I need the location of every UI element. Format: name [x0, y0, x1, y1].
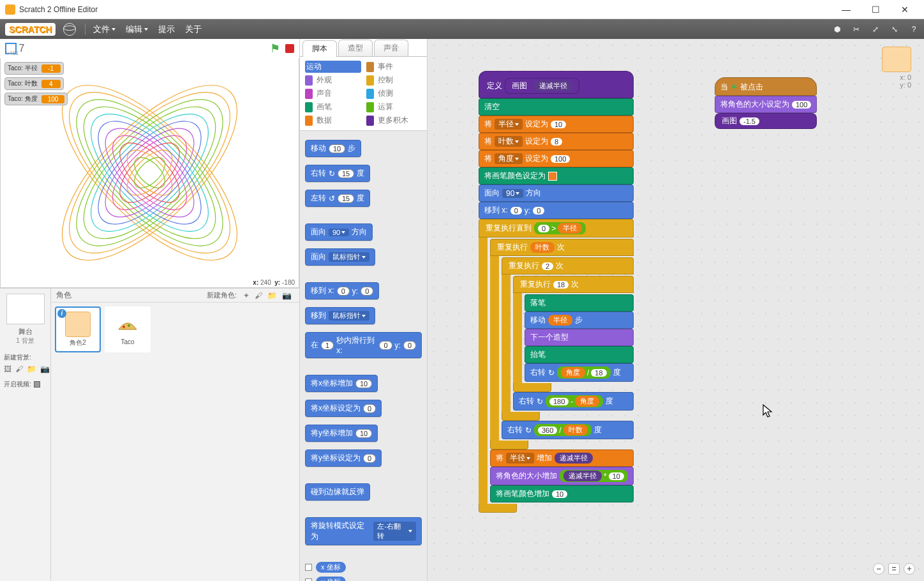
backdrop-library-icon[interactable]: 🖼 — [4, 365, 11, 374]
block-pen-down[interactable]: 落笔 — [525, 294, 634, 312]
block-repeat-until[interactable]: 重复执行直到0>半径 重复执行叶数次 重复执行2次 重复执行18次 — [479, 219, 634, 513]
block-set-size[interactable]: 将角色的大小设定为100 — [715, 96, 817, 113]
stamp-icon[interactable]: ⬢ — [832, 24, 842, 34]
cat-looks[interactable]: 外观 — [305, 74, 361, 86]
menu-edit[interactable]: 编辑 — [126, 24, 148, 35]
backdrop-upload-icon[interactable]: 📁 — [27, 365, 36, 374]
zoom-in-button[interactable]: + — [904, 563, 915, 575]
block-bounce[interactable]: 碰到边缘就反弹 — [305, 483, 370, 501]
sprite-item[interactable]: Taco — [105, 306, 151, 352]
scratch-logo[interactable]: SCRATCH — [5, 23, 56, 36]
version-label: v461 — [6, 50, 19, 56]
block-next-costume[interactable]: 下一个造型 — [525, 329, 634, 346]
block-change-radius[interactable]: 将半径增加递减半径 — [490, 449, 634, 467]
maximize-button[interactable]: ☐ — [867, 3, 884, 16]
menu-about[interactable]: 关于 — [185, 24, 202, 35]
shrink-icon[interactable]: ⤡ — [890, 24, 900, 34]
block-pen-up[interactable]: 抬笔 — [525, 346, 634, 363]
cat-sensing[interactable]: 侦测 — [366, 87, 422, 100]
block-point-towards[interactable]: 面向鼠标指针 — [305, 248, 375, 266]
script-canvas[interactable]: 定义画图 递减半径 清空 将半径设定为10 将叶数设定为8 将角度设定为100 … — [428, 39, 924, 581]
reporter-ypos[interactable]: y 坐标 — [316, 577, 346, 581]
svg-point-19 — [119, 142, 179, 202]
sprite-info-icon[interactable]: i — [57, 309, 66, 318]
scissors-icon[interactable]: ✂ — [851, 24, 861, 34]
help-icon[interactable]: ? — [909, 24, 919, 34]
sprite-library-icon[interactable]: ✦ — [243, 291, 250, 300]
script-stack-main[interactable]: 定义画图 递减半径 清空 将半径设定为10 将叶数设定为8 将角度设定为100 … — [479, 71, 634, 513]
block-glide[interactable]: 在1秒内滑行到 x:0y:0 — [305, 332, 422, 358]
block-set-radius[interactable]: 将半径设定为10 — [479, 116, 634, 133]
block-goto-00[interactable]: 移到 x:0y:0 — [479, 202, 634, 219]
backdrop-camera-icon[interactable]: 📷 — [40, 365, 50, 374]
block-rot-style[interactable]: 将旋转模式设定为左-右翻转 — [305, 517, 422, 545]
block-turn-right[interactable]: 右转↻15度 — [305, 165, 370, 182]
cat-data[interactable]: 数据 — [305, 114, 361, 126]
block-turn-angle[interactable]: 右转↻角度/18度 — [525, 363, 634, 382]
block-goto[interactable]: 移到鼠标指针 — [305, 307, 375, 324]
cat-operators[interactable]: 运算 — [366, 101, 422, 113]
cat-control[interactable]: 控制 — [366, 74, 422, 86]
svg-point-18 — [119, 142, 179, 202]
block-repeat-18[interactable]: 重复执行18次 落笔 移动半径步 下一个造型 抬笔 右转↻角度/18度 — [513, 276, 634, 392]
green-flag-icon[interactable]: ⚑ — [270, 42, 280, 56]
block-turn-180[interactable]: 右转↻180-角度度 — [513, 392, 634, 411]
block-define[interactable]: 定义画图 递减半径 — [479, 71, 634, 98]
block-set-angle[interactable]: 将角度设定为100 — [479, 150, 634, 167]
zoom-out-button[interactable]: − — [873, 563, 884, 575]
block-call-custom[interactable]: 画图-1.5 — [715, 113, 817, 129]
stage-thumbnail[interactable] — [6, 294, 45, 324]
script-stack-2[interactable]: 当⚑被点击 将角色的大小设定为100 画图-1.5 — [715, 77, 817, 129]
checkbox-xpos[interactable] — [305, 564, 312, 571]
sprite-upload-icon[interactable]: 📁 — [267, 291, 277, 300]
minimize-button[interactable]: — — [837, 3, 855, 16]
block-turn-360[interactable]: 右转↻360/叶数度 — [502, 421, 634, 439]
cat-motion[interactable]: 运动 — [305, 61, 361, 73]
monitor-angle[interactable]: Taco: 角度100 — [4, 93, 68, 105]
menu-file[interactable]: 文件 — [93, 24, 116, 35]
sprite-item[interactable]: i 角色2 — [55, 306, 101, 352]
block-when-flag[interactable]: 当⚑被点击 — [715, 77, 817, 96]
block-change-size[interactable]: 将角色的大小增加递减半径*10 — [490, 467, 634, 485]
sprite-paint-icon[interactable]: 🖌 — [255, 291, 262, 300]
block-clear[interactable]: 清空 — [479, 98, 634, 116]
zoom-reset-button[interactable]: = — [888, 563, 900, 575]
stage[interactable]: Taco: 半径-1 Taco: 叶数4 Taco: 角度100 x: 240 … — [0, 58, 299, 288]
block-set-y[interactable]: 将y坐标设定为0 — [305, 449, 382, 467]
cat-events[interactable]: 事件 — [366, 61, 422, 73]
block-repeat-leaf[interactable]: 重复执行叶数次 重复执行2次 重复执行18次 落笔 — [490, 239, 634, 449]
block-change-y[interactable]: 将y坐标增加10 — [305, 425, 378, 442]
block-goto-xy[interactable]: 移到 x:0y:0 — [305, 282, 379, 299]
backdrop-paint-icon[interactable]: 🖌 — [15, 365, 23, 374]
block-move-radius[interactable]: 移动半径步 — [525, 312, 634, 329]
tab-scripts[interactable]: 脚本 — [302, 40, 337, 57]
block-change-pen-color[interactable]: 将画笔颜色增加10 — [490, 485, 634, 502]
monitor-radius[interactable]: Taco: 半径-1 — [4, 62, 64, 75]
grow-icon[interactable]: ⤢ — [870, 24, 881, 34]
block-point-90[interactable]: 面向90方向 — [479, 185, 634, 202]
block-point-dir[interactable]: 面向90方向 — [305, 223, 373, 241]
stop-icon[interactable] — [285, 44, 294, 53]
cat-pen[interactable]: 画笔 — [305, 101, 361, 113]
menu-tips[interactable]: 提示 — [158, 24, 175, 35]
reporter-xpos[interactable]: x 坐标 — [316, 562, 346, 573]
block-repeat-2[interactable]: 重复执行2次 重复执行18次 落笔 移动半径步 下一个造型 — [502, 257, 634, 421]
close-button[interactable]: ✕ — [896, 3, 914, 16]
monitor-leaves[interactable]: Taco: 叶数4 — [4, 77, 64, 90]
tab-costumes[interactable]: 造型 — [338, 40, 373, 56]
project-name[interactable]: 7 — [19, 43, 270, 54]
block-turn-left[interactable]: 左转↺15度 — [305, 190, 370, 207]
cat-more[interactable]: 更多积木 — [366, 114, 422, 126]
block-set-x[interactable]: 将x坐标设定为0 — [305, 400, 382, 417]
cat-sound[interactable]: 声音 — [305, 87, 361, 100]
video-toggle[interactable] — [34, 381, 40, 388]
block-set-pen-color[interactable]: 将画笔颜色设定为 — [479, 167, 634, 185]
tab-sounds[interactable]: 声音 — [374, 40, 408, 56]
block-set-leaves[interactable]: 将叶数设定为8 — [479, 133, 634, 150]
block-change-x[interactable]: 将x坐标增加10 — [305, 375, 378, 392]
sprite-camera-icon[interactable]: 📷 — [282, 291, 292, 300]
block-move[interactable]: 移动10步 — [305, 140, 361, 157]
checkbox-ypos[interactable] — [305, 578, 312, 581]
block-palette[interactable]: 移动10步 右转↻15度 左转↺15度 面向90方向 面向鼠标指针 移到 x:0… — [300, 131, 427, 581]
language-icon[interactable] — [63, 23, 76, 36]
